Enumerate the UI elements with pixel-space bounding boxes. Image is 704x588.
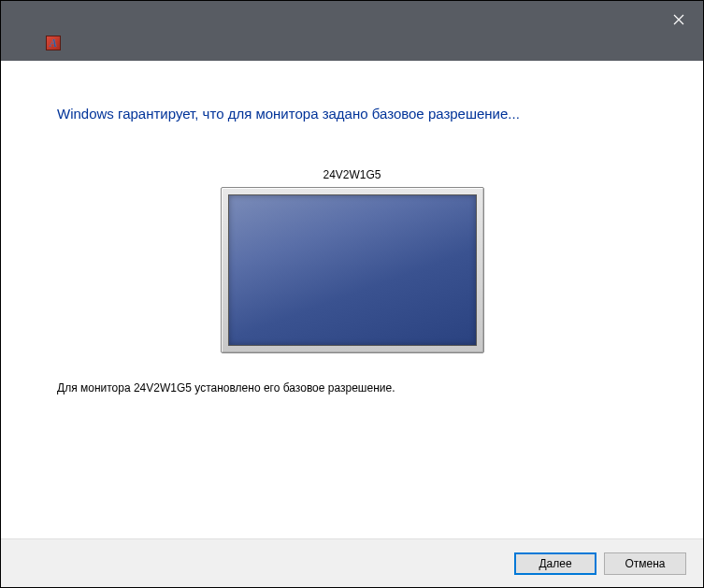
- close-button[interactable]: [656, 5, 701, 35]
- monitor-screen: [228, 194, 477, 346]
- app-icon: [46, 36, 61, 50]
- page-heading: Windows гарантирует, что для монитора за…: [57, 106, 647, 122]
- status-text: Для монитора 24V2W1G5 установлено его ба…: [57, 381, 395, 394]
- dialog-window: Средство настройки текста ClearType Wind…: [0, 0, 704, 588]
- content-area: Windows гарантирует, что для монитора за…: [1, 61, 703, 538]
- cancel-button[interactable]: Отмена: [604, 552, 686, 575]
- footer-bar: Далее Отмена: [1, 538, 703, 587]
- monitor-frame: [221, 187, 484, 353]
- next-button[interactable]: Далее: [514, 552, 596, 575]
- titlebar: [1, 1, 703, 53]
- monitor-name-label: 24V2W1G5: [323, 168, 381, 181]
- monitor-preview-area: 24V2W1G5: [57, 168, 647, 353]
- close-icon: [673, 14, 684, 25]
